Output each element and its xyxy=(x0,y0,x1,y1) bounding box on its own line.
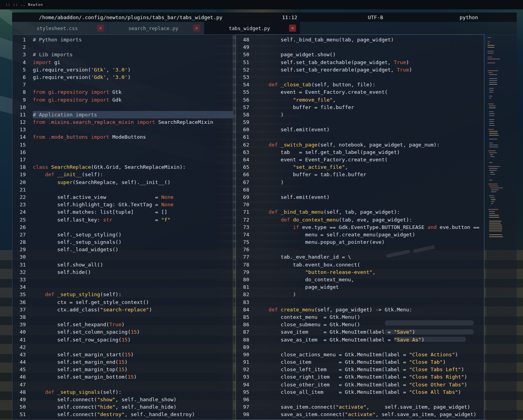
code-line[interactable]: 45 self.set_margin_top(15) xyxy=(12,366,233,373)
tab-tabs-widget-py[interactable]: tabs_widget.py × xyxy=(204,22,300,34)
code-line[interactable]: 87 save_item = Gtk.MenuItem(label = "Sav… xyxy=(236,328,484,336)
code-line[interactable]: 15 xyxy=(12,141,233,148)
code-line[interactable]: 68 xyxy=(236,186,484,193)
code-line[interactable]: 26 xyxy=(12,223,233,231)
code-line[interactable]: 69 self.emit(event) xyxy=(236,193,484,201)
code-line[interactable]: 24 self.matches: list[tuple] = [] xyxy=(12,208,233,216)
code-line[interactable]: 44 self.set_margin_end(15) xyxy=(12,358,233,366)
code-line[interactable]: 18class SearchReplace(Gtk.Grid, SearchRe… xyxy=(12,163,233,171)
code-line[interactable]: 46 self.set_margin_bottom(15) xyxy=(12,373,233,381)
code-line[interactable]: 38 xyxy=(12,313,233,321)
code-line[interactable]: 4import gi xyxy=(12,59,233,66)
code-line[interactable]: 95 close_all_item = Gtk.MenuItem(label =… xyxy=(236,388,484,396)
close-tab-icon[interactable]: × xyxy=(97,25,104,32)
tab-stylesheet-css[interactable]: stylesheet.css × xyxy=(12,22,108,34)
code-line[interactable]: 48 self._bind_tab_menu(tab, page_widget) xyxy=(236,36,484,43)
code-line[interactable]: 27 self._setup_styling() xyxy=(12,231,233,238)
code-line[interactable]: 65 "set_active_file", xyxy=(236,163,484,171)
code-line[interactable]: 29 self._load_widgets() xyxy=(12,246,233,253)
code-line[interactable]: 39 self.set_hexpand(True) xyxy=(12,321,233,328)
code-line[interactable]: 19 def __init__(self): xyxy=(12,171,233,178)
minimap[interactable] xyxy=(486,35,517,420)
window-titlebar[interactable]: :: :: .. Newton xyxy=(0,0,523,9)
code-line[interactable]: 93 close_right_item = Gtk.MenuItem(label… xyxy=(236,373,484,381)
code-line[interactable]: 78 tab.event_box.connect( xyxy=(236,261,484,268)
code-line[interactable]: 49 xyxy=(236,43,484,51)
code-line[interactable]: 22 self.active_view = None xyxy=(12,193,233,201)
code-line[interactable]: 74 menu = self.create_menu(page_widget) xyxy=(236,231,484,238)
code-line[interactable]: 17 xyxy=(12,156,233,163)
code-line[interactable]: 92 close_left_item = Gtk.MenuItem(label … xyxy=(236,366,484,373)
code-line[interactable]: 52 xyxy=(12,418,233,420)
code-line[interactable]: 75 menu.popup_at_pointer(eve) xyxy=(236,238,484,246)
code-line[interactable]: 55 event = Event_Factory.create_event( xyxy=(236,88,484,96)
code-line[interactable]: 62 def _switch_page(self, notebook, page… xyxy=(236,141,484,148)
code-line[interactable]: 71 def _bind_tab_menu(self, tab, page_wi… xyxy=(236,208,484,216)
code-line[interactable]: 8from gi.repository import Gtk xyxy=(12,88,233,96)
editor-pane-left[interactable]: 1# Python imports23# Lib imports4import … xyxy=(12,34,233,420)
code-line[interactable]: 30 xyxy=(12,253,233,261)
code-line[interactable]: 48 def _setup_signals(self): xyxy=(12,388,233,396)
code-line[interactable]: 54 def _close_tab(self, button, file): xyxy=(236,81,484,88)
code-line[interactable]: 36 ctx = self.get_style_context() xyxy=(12,298,233,306)
code-line[interactable]: 35 def _setup_styling(self): xyxy=(12,291,233,298)
code-line[interactable]: 63 tab = self.get_tab_label(page_widget) xyxy=(236,148,484,156)
code-line[interactable]: 40 self.set_column_spacing(15) xyxy=(12,328,233,336)
code-line[interactable]: 83 xyxy=(236,298,484,306)
code-line[interactable]: 28 self._setup_signals() xyxy=(12,238,233,246)
code-line[interactable]: 64 event = Event_Factory.create_event( xyxy=(236,156,484,163)
code-line[interactable]: 60 self.emit(event) xyxy=(236,126,484,133)
code-line[interactable]: 51 self.connect("destroy", self._handle_… xyxy=(12,411,233,418)
code-line[interactable]: 81 page_widget xyxy=(236,283,484,291)
code-line[interactable]: 56 "remove_file", xyxy=(236,96,484,104)
code-line[interactable]: 10 xyxy=(12,104,233,111)
code-line[interactable]: 77 tab._eve_handler_id = \ xyxy=(236,253,484,261)
code-line[interactable]: 84 def create_menu(self, page_widget) ->… xyxy=(236,306,484,313)
code-line[interactable]: 6gi.require_version('Gdk', '3.0') xyxy=(12,73,233,81)
code-line[interactable]: 94 close_other_item = Gtk.MenuItem(label… xyxy=(236,381,484,388)
code-line[interactable]: 11# Application imports xyxy=(12,111,233,118)
code-line[interactable]: 16 xyxy=(12,148,233,156)
code-line[interactable]: 21 xyxy=(12,186,233,193)
code-line[interactable]: 86 close_submenu = Gtk.Menu() xyxy=(236,321,484,328)
code-line[interactable]: 82 ) xyxy=(236,291,484,298)
code-line[interactable]: 14from .mode_buttons import ModeButtons xyxy=(12,133,233,141)
code-line[interactable]: 2 xyxy=(12,43,233,51)
code-line[interactable]: 9from gi.repository import Gdk xyxy=(12,96,233,104)
code-line[interactable]: 80 do_context_menu, xyxy=(236,276,484,283)
code-line[interactable]: 34 xyxy=(12,283,233,291)
close-tab-icon[interactable]: × xyxy=(289,25,296,32)
code-line[interactable]: 32 self.hide() xyxy=(12,268,233,276)
code-line[interactable]: 25 self.last_key: str = "f" xyxy=(12,216,233,223)
code-line[interactable]: 37 ctx.add_class("search-replace") xyxy=(12,306,233,313)
code-line[interactable]: 79 "button-release-event", xyxy=(236,268,484,276)
code-line[interactable]: 31 self.show_all() xyxy=(12,261,233,268)
code-line[interactable]: 20 super(SearchReplace, self).__init__() xyxy=(12,179,233,186)
code-line[interactable]: 59 xyxy=(236,118,484,126)
close-tab-icon[interactable]: × xyxy=(193,25,200,32)
code-line[interactable]: 76 xyxy=(236,246,484,253)
editor-pane-right[interactable]: 48 self._bind_tab_menu(tab, page_widget)… xyxy=(236,34,484,420)
code-line[interactable]: 7 xyxy=(12,81,233,88)
code-line[interactable]: 47 xyxy=(12,381,233,388)
code-line[interactable]: 97 save_item.connect("activate", self.sa… xyxy=(236,403,484,411)
code-line[interactable]: 89 xyxy=(236,343,484,351)
code-line[interactable]: 72 def do_context_menu(tab, eve, page_wi… xyxy=(236,216,484,223)
code-line[interactable]: 73 if eve.type == Gdk.EventType.BUTTON_R… xyxy=(236,223,484,231)
code-line[interactable]: 67 ) xyxy=(236,179,484,186)
code-line[interactable]: 98 save_as_item.connect("activate", self… xyxy=(236,411,484,418)
code-line[interactable]: 50 self.connect("hide", self._handle_hid… xyxy=(12,403,233,411)
code-line[interactable]: 42 xyxy=(12,343,233,351)
code-line[interactable]: 66 buffer = tab.file.buffer xyxy=(236,171,484,178)
code-line[interactable]: 85 context_menu = Gtk.Menu() xyxy=(236,313,484,321)
code-line[interactable]: 1# Python imports xyxy=(12,36,233,43)
code-line[interactable]: 57 buffer = file.buffer xyxy=(236,104,484,111)
code-line[interactable]: 12from .mixins.search_replace_mixin impo… xyxy=(12,118,233,126)
code-line[interactable]: 3# Lib imports xyxy=(12,51,233,58)
code-line[interactable]: 58 ) xyxy=(236,111,484,118)
code-line[interactable]: 41 self.set_row_spacing(15) xyxy=(12,336,233,343)
code-line[interactable]: 52 self.set_tab_reorderable(page_widget,… xyxy=(236,66,484,73)
code-line[interactable]: 96 xyxy=(236,396,484,403)
code-line[interactable]: 51 self.set_tab_detachable(page_widget, … xyxy=(236,59,484,66)
code-line[interactable]: 49 self.connect("show", self._handle_sho… xyxy=(12,396,233,403)
